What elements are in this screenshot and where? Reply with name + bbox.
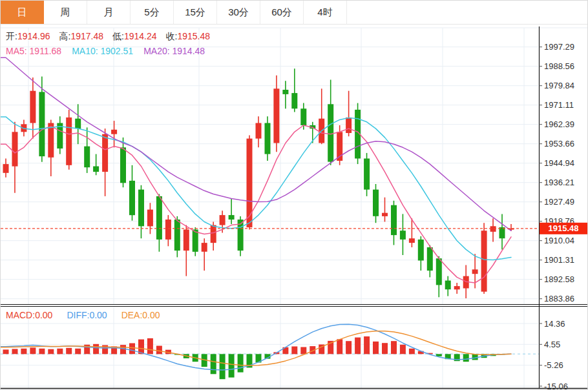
tab-month[interactable]: 月: [87, 1, 131, 24]
svg-text:1936.21: 1936.21: [544, 178, 574, 187]
svg-text:1910.04: 1910.04: [544, 236, 574, 245]
svg-text:14.36: 14.36: [544, 319, 565, 329]
svg-text:-5.26: -5.26: [544, 360, 563, 370]
candlestick-chart[interactable]: 1997.291988.561979.841971.111962.391953.…: [1, 1, 588, 390]
svg-text:1962.39: 1962.39: [544, 119, 574, 129]
kline-widget: 1997.291988.561979.841971.111962.391953.…: [0, 0, 588, 390]
tab-30min[interactable]: 30分: [217, 1, 260, 24]
svg-text:1883.86: 1883.86: [544, 294, 574, 303]
svg-text:-15.06: -15.06: [544, 382, 568, 390]
interval-tabbar: 日周月5分15分30分60分4时: [1, 1, 587, 25]
price-axis-labels: 1997.291988.561979.841971.111962.391953.…: [539, 42, 574, 390]
svg-text:1953.66: 1953.66: [544, 139, 574, 149]
tab-week[interactable]: 周: [44, 1, 87, 24]
svg-text:1927.49: 1927.49: [544, 197, 574, 207]
svg-text:1979.84: 1979.84: [544, 81, 574, 90]
svg-text:1892.58: 1892.58: [544, 274, 574, 284]
svg-text:4.55: 4.55: [544, 340, 560, 349]
svg-text:1988.56: 1988.56: [544, 61, 574, 71]
tab-15min[interactable]: 15分: [174, 1, 217, 24]
svg-text:1971.11: 1971.11: [544, 100, 574, 110]
candles-layer: [3, 68, 514, 298]
ma-lines: [1, 57, 511, 283]
macd-lines: [1, 324, 511, 370]
svg-text:1944.94: 1944.94: [544, 158, 574, 168]
current-price-flag: 1915.48: [549, 223, 579, 233]
tab-5min[interactable]: 5分: [131, 1, 174, 24]
svg-text:1997.29: 1997.29: [544, 42, 574, 52]
macd-histogram: [3, 336, 505, 379]
svg-text:1901.31: 1901.31: [544, 255, 574, 265]
tab-60min[interactable]: 60分: [260, 1, 304, 24]
tab-4hour[interactable]: 4时: [304, 1, 347, 24]
tab-day[interactable]: 日: [1, 1, 44, 24]
